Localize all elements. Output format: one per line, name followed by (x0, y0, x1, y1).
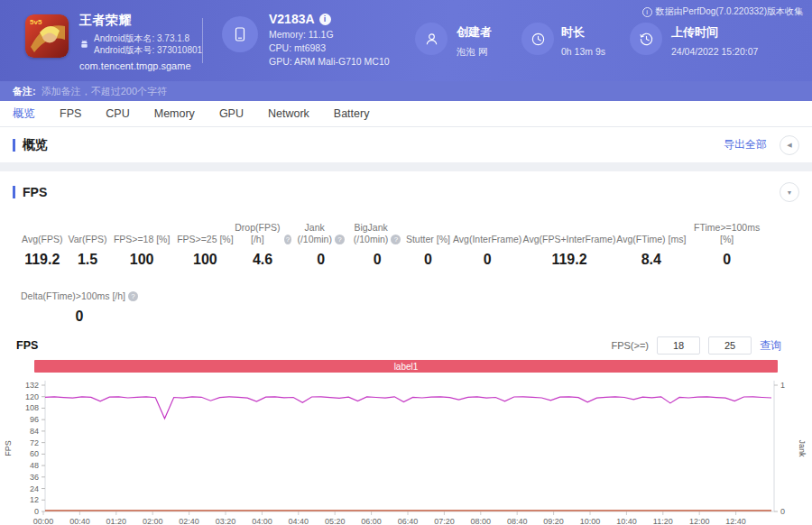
package-name: com.tencent.tmgp.sgame (79, 60, 202, 71)
metric-value: 119.2 (24, 252, 60, 268)
metric-help-icon[interactable]: ? (391, 235, 401, 244)
metric-jank: Jank(/10min)?0 (291, 222, 350, 268)
tab-CPU[interactable]: CPU (106, 107, 129, 120)
svg-text:Jank: Jank (798, 439, 807, 457)
device-memory: Memory: 11.1G (269, 28, 390, 41)
overview-section-header: 概览 导出全部 ◀ (0, 127, 812, 162)
upload-time-label: 上传时间 (671, 24, 758, 41)
svg-text:60: 60 (30, 449, 39, 458)
tab-GPU[interactable]: GPU (219, 107, 244, 120)
metric-avg-ftime-ms-: Avg(FTime) [ms]8.4 (615, 222, 687, 268)
metric-label: Delta(FTime)>100ms [/h]? (21, 279, 138, 302)
svg-text:132: 132 (25, 381, 39, 390)
collect-version-info: i 数据由PerfDog(7.0.220332)版本收集 (642, 5, 803, 18)
tab-Memory[interactable]: Memory (154, 107, 195, 120)
game-title: 王者荣耀 (79, 13, 202, 29)
collapse-down-button[interactable]: ▼ (780, 182, 799, 202)
honor-of-kings-icon: 5v5 (25, 14, 69, 58)
chart-label-banner: label1 (34, 360, 778, 373)
metric-label: Avg(FPS) (22, 222, 62, 245)
metric-label: Jank(/10min)? (297, 222, 345, 245)
tab-Network[interactable]: Network (268, 107, 309, 120)
upload-icon-circle (630, 23, 662, 55)
svg-text:120: 120 (25, 392, 39, 401)
metric-value: 1.5 (78, 252, 97, 268)
svg-text:08:00: 08:00 (471, 517, 492, 524)
metric-avg-interframe-: Avg(InterFrame)0 (452, 222, 523, 268)
tab-概览[interactable]: 概览 (13, 106, 35, 122)
metric-value: 0 (723, 252, 731, 268)
metric-fps-25-: FPS>=25 [%]100 (177, 222, 234, 268)
svg-text:36: 36 (30, 473, 39, 482)
metric-value: 0 (374, 252, 382, 268)
header-divider (202, 18, 203, 63)
collect-version-text: 数据由PerfDog(7.0.220332)版本收集 (656, 5, 803, 18)
duration-value: 0h 13m 9s (561, 46, 605, 57)
metric-label: Avg(FPS+InterFrame) (523, 222, 616, 245)
metric-label: FPS>=25 [%] (177, 222, 233, 245)
android-icon (79, 39, 89, 50)
metric-fps-18-: FPS>=18 [%]100 (107, 222, 177, 268)
svg-text:00:00: 00:00 (33, 517, 54, 524)
svg-text:04:00: 04:00 (252, 517, 272, 524)
svg-text:01:20: 01:20 (106, 517, 127, 524)
export-all-link[interactable]: 导出全部 (724, 137, 767, 152)
svg-text:09:20: 09:20 (543, 517, 564, 524)
svg-text:10:00: 10:00 (580, 517, 601, 524)
metric-help-icon[interactable]: ? (335, 235, 345, 244)
metric-bigjank: BigJank(/10min)?0 (350, 222, 404, 268)
metric-help-icon[interactable]: ? (128, 291, 138, 301)
upload-time-value: 24/04/2022 15:20:07 (671, 46, 758, 57)
svg-text:12:00: 12:00 (689, 517, 710, 524)
fps-section: FPS ▼ Avg(FPS)119.2Var(FPS)1.5FPS>=18 [%… (0, 171, 812, 525)
fps-metrics-row: Avg(FPS)119.2Var(FPS)1.5FPS>=18 [%]100FP… (0, 202, 812, 268)
history-clock-icon (639, 32, 654, 47)
metric-label: Avg(FTime) [ms] (616, 222, 686, 245)
query-button[interactable]: 查询 (760, 338, 781, 354)
tab-Battery[interactable]: Battery (334, 107, 370, 120)
creator-icon-circle (415, 23, 448, 55)
metric-value: 100 (193, 252, 217, 268)
metric-label: FTime>=100ms [%] (687, 222, 767, 245)
device-info-icon[interactable]: i (319, 14, 331, 25)
svg-text:00:40: 00:40 (69, 517, 90, 524)
game-app-icon: 5v5 (25, 14, 69, 58)
metric-help-icon[interactable]: ? (284, 235, 292, 244)
info-icon: i (642, 7, 652, 17)
remark-placeholder: 添加备注，不超过200个字符 (42, 85, 167, 98)
metric-avg-fps-interframe-: Avg(FPS+InterFrame)119.2 (523, 222, 616, 268)
svg-text:02:00: 02:00 (143, 517, 163, 524)
user-icon (424, 32, 439, 47)
tab-bar: 概览FPSCPUMemoryGPUNetworkBattery (0, 101, 812, 127)
android-version-name: Android版本名: 3.73.1.8 (94, 32, 202, 44)
remark-bar[interactable]: 备注: 添加备注，不超过200个字符 (0, 81, 812, 101)
svg-text:24: 24 (30, 484, 39, 493)
remark-label: 备注: (13, 85, 36, 98)
svg-text:07:20: 07:20 (434, 517, 455, 524)
clock-icon (531, 32, 546, 47)
svg-text:72: 72 (30, 438, 39, 447)
collapse-left-button[interactable]: ◀ (780, 135, 799, 155)
fps-threshold-input-2[interactable] (708, 336, 752, 355)
svg-text:1: 1 (780, 381, 785, 390)
android-version-code: Android版本号: 373010801 (94, 44, 202, 56)
tab-FPS[interactable]: FPS (60, 107, 81, 120)
svg-text:108: 108 (25, 403, 39, 412)
section-gap (0, 162, 812, 171)
fps-section-title: FPS (13, 185, 47, 199)
svg-text:03:20: 03:20 (216, 517, 236, 524)
metric-label: Stutter [%] (406, 222, 450, 245)
svg-text:96: 96 (30, 415, 39, 424)
fps-metrics-row2: Delta(FTime)>100ms [/h]?0 (0, 268, 812, 325)
device-gpu: GPU: ARM Mali-G710 MC10 (269, 55, 390, 69)
metric-value: 100 (130, 252, 154, 268)
report-header: 5v5 王者荣耀 Android版本名: 3.73.1.8 Android版本号… (0, 0, 812, 81)
phone-icon (232, 26, 248, 42)
svg-text:FPS: FPS (4, 440, 13, 456)
fps-threshold-input-1[interactable] (657, 336, 700, 355)
overview-title: 概览 (13, 137, 48, 153)
metric-delta-ftime-100ms-h-: Delta(FTime)>100ms [/h]?0 (16, 279, 143, 325)
metric-label: Drop(FPS) [/h]? (234, 222, 291, 245)
fps-line-chart[interactable]: 012243648607284961081201320100:0000:4001… (0, 374, 812, 524)
metric-value: 0 (424, 252, 432, 268)
